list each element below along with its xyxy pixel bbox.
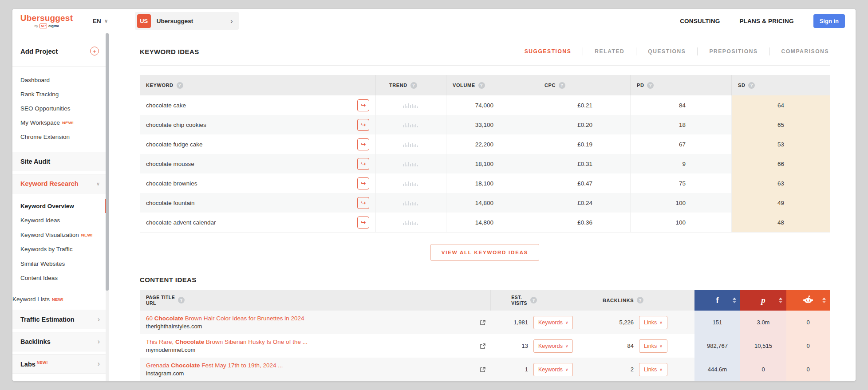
help-icon[interactable]: ? (748, 82, 755, 89)
sort-arrows[interactable] (779, 297, 782, 303)
sort-asc-icon[interactable] (779, 297, 782, 299)
help-icon[interactable]: ? (647, 82, 654, 89)
arrow-icon: ↪ (361, 102, 366, 109)
tab-related[interactable]: RELATED (583, 47, 636, 55)
trend-sparkline (403, 102, 419, 108)
language-label: EN (93, 18, 101, 24)
open-keyword-button[interactable]: ↪ (357, 197, 369, 209)
column-header-trend[interactable]: TREND? (375, 75, 446, 95)
external-link-icon[interactable] (480, 343, 486, 349)
keywords-dropdown-button[interactable]: Keywords∨ (533, 339, 573, 353)
project-breadcrumb[interactable]: US Ubersuggest › (135, 12, 239, 30)
sort-arrows[interactable] (733, 297, 736, 303)
help-icon[interactable]: ? (478, 82, 485, 89)
sidebar-item-content-ideas[interactable]: Content Ideas (12, 271, 109, 286)
page-title-link[interactable]: Grenada Chocolate Fest May 17th to 19th,… (146, 362, 283, 369)
links-dropdown-button[interactable]: Links∨ (639, 339, 667, 353)
backlinks-cell: 2 (578, 366, 635, 373)
sidebar-item-dashboard[interactable]: Dashboard (12, 73, 109, 87)
backlinks-cell: 5,226 (578, 319, 635, 326)
links-dropdown-button[interactable]: Links∨ (639, 316, 667, 329)
sort-arrows[interactable] (822, 297, 826, 303)
column-header-keyword[interactable]: KEYWORD? (140, 75, 375, 95)
open-keyword-button[interactable]: ↪ (357, 217, 369, 228)
column-header-sd[interactable]: SD? (731, 75, 830, 95)
tab-suggestions[interactable]: SUGGESTIONS (513, 47, 583, 55)
external-link-icon[interactable] (480, 366, 486, 373)
sidebar-section-keyword-research[interactable]: Keyword Research ∨ (12, 174, 109, 193)
column-header-reddit-sort[interactable] (786, 290, 830, 311)
open-keyword-button[interactable]: ↪ (357, 158, 369, 170)
sidebar-item-keyword-overview[interactable]: Keyword Overview (12, 199, 109, 213)
sidebar-item-keyword-visualization[interactable]: Keyword VisualizationNEW! (12, 228, 109, 242)
pd-cell: 75 (630, 173, 731, 193)
column-header-cpc[interactable]: CPC? (538, 75, 630, 95)
scrollbar-thumb[interactable] (106, 33, 109, 291)
help-icon[interactable]: ? (530, 297, 537, 303)
section-divider (140, 65, 830, 66)
column-header-est-visits[interactable]: EST. VISITS ? (490, 290, 578, 311)
est-visits-cell: 1 (490, 366, 529, 373)
chevron-right-icon: › (98, 338, 100, 345)
open-keyword-button[interactable]: ↪ (357, 99, 369, 111)
sort-asc-icon[interactable] (733, 297, 736, 299)
sidebar-item-similar-websites[interactable]: Similar Websites (12, 256, 109, 271)
language-selector[interactable]: EN ∨ (93, 18, 108, 24)
sign-in-button[interactable]: Sign in (813, 14, 845, 28)
sidebar-item-keywords-by-traffic[interactable]: Keywords by Traffic (12, 242, 109, 257)
sidebar-section-traffic-estimation[interactable]: Traffic Estimation › (12, 310, 109, 329)
sidebar-item-my-workspace[interactable]: My WorkspaceNEW! (12, 115, 109, 130)
open-keyword-button[interactable]: ↪ (357, 177, 369, 189)
help-icon[interactable]: ? (178, 297, 185, 303)
sort-asc-icon[interactable] (822, 297, 826, 299)
sort-desc-icon[interactable] (779, 301, 782, 303)
sidebar-section-backlinks[interactable]: Backlinks › (12, 332, 109, 351)
nav-consulting[interactable]: CONSULTING (680, 18, 720, 24)
np-digital-badge: NP (39, 24, 47, 28)
sort-desc-icon[interactable] (822, 301, 826, 303)
tab-questions[interactable]: QUESTIONS (636, 47, 697, 55)
column-header-volume[interactable]: VOLUME? (446, 75, 538, 95)
sidebar-scrollbar[interactable] (106, 33, 109, 381)
keywords-dropdown-button[interactable]: Keywords∨ (533, 363, 573, 376)
column-header-facebook-sort[interactable]: f (694, 290, 740, 311)
sidebar-item-chrome-extension[interactable]: Chrome Extension (12, 130, 109, 144)
view-all-keyword-ideas-button[interactable]: VIEW ALL KEYWORD IDEAS (430, 244, 540, 261)
add-project-button[interactable]: Add Project + (12, 33, 109, 67)
sidebar-item-keyword-lists[interactable]: Keyword ListsNEW! (12, 290, 109, 307)
app-window: Ubersuggest by NP digital EN ∨ US Ubersu… (12, 9, 856, 381)
sidebar-item-seo-opportunities[interactable]: SEO Opportunities (12, 101, 109, 115)
sidebar-section-site-audit[interactable]: Site Audit (12, 152, 109, 171)
external-link-icon[interactable] (480, 319, 486, 326)
pd-cell: 67 (630, 134, 731, 154)
page-title-link[interactable]: 60 Chocolate Brown Hair Color Ideas for … (146, 315, 304, 322)
new-badge: NEW! (52, 297, 63, 302)
links-dropdown-button[interactable]: Links∨ (639, 363, 667, 376)
keywords-dropdown-button[interactable]: Keywords∨ (533, 316, 573, 329)
ubersuggest-logo[interactable]: Ubersuggest by NP digital (20, 14, 74, 28)
nav-plans-pricing[interactable]: PLANS & PRICING (739, 18, 793, 24)
sidebar-section-labs[interactable]: LabsNEW! › (12, 354, 109, 374)
help-icon[interactable]: ? (559, 82, 565, 89)
tab-comparisons[interactable]: COMPARISONS (769, 47, 830, 55)
column-header-backlinks[interactable]: BACKLINKS ? (578, 290, 670, 311)
sort-desc-icon[interactable] (733, 301, 736, 303)
sidebar-item-keyword-ideas[interactable]: Keyword Ideas (12, 213, 109, 228)
column-header-pd[interactable]: PD? (630, 75, 731, 95)
logo-byline: by NP digital (34, 24, 59, 28)
column-header-pinterest-sort[interactable]: p (740, 290, 786, 311)
help-icon[interactable]: ? (637, 297, 643, 303)
keyword-cell: chocolate advent calendar (146, 219, 216, 226)
pinterest-shares-cell: 3.0m (740, 311, 786, 334)
column-header-page-title-url[interactable]: PAGE TITLE URL ? (140, 290, 490, 311)
help-icon[interactable]: ? (410, 82, 417, 89)
keyword-cell: chocolate mousse (146, 161, 194, 167)
help-icon[interactable]: ? (177, 82, 183, 89)
facebook-shares-cell: 444.6m (694, 358, 740, 381)
open-keyword-button[interactable]: ↪ (357, 138, 369, 150)
page-title-link[interactable]: This Rare, Chocolate Brown Siberian Husk… (146, 339, 308, 345)
open-keyword-button[interactable]: ↪ (357, 119, 369, 131)
tab-prepositions[interactable]: PREPOSITIONS (697, 47, 769, 55)
keyword-table-header: KEYWORD? TREND? VOLUME? CPC? PD? SD? (140, 75, 830, 95)
sidebar-item-rank-tracking[interactable]: Rank Tracking (12, 87, 109, 101)
